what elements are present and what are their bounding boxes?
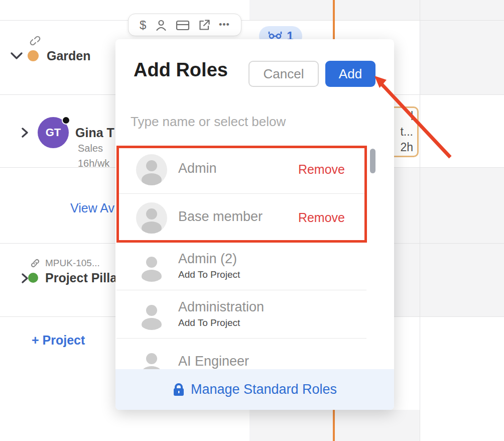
person-icon[interactable] <box>155 19 168 32</box>
task-toolbar: $ ••• <box>128 14 241 36</box>
project-color-dot <box>28 50 39 61</box>
dollar-icon[interactable]: $ <box>140 18 146 32</box>
person-name[interactable]: Gina T <box>75 126 114 140</box>
project-name-garden[interactable]: Garden <box>47 49 91 63</box>
avatar-initials: GT <box>46 126 61 139</box>
add-to-project-label[interactable]: Add To Project <box>178 317 240 328</box>
grid-shading <box>249 0 504 20</box>
chevron-down-icon[interactable] <box>10 50 23 61</box>
unlink-icon[interactable] <box>29 34 42 47</box>
modal-title: Add Roles <box>134 59 228 81</box>
grid-shading <box>420 20 504 94</box>
manage-standard-roles-link[interactable]: Manage Standard Roles <box>115 369 394 410</box>
footer-link-label: Manage Standard Roles <box>191 382 337 397</box>
person-department: Sales <box>78 143 103 154</box>
project-name-pillar[interactable]: Project Pilla <box>45 271 117 285</box>
cancel-button[interactable]: Cancel <box>248 61 319 87</box>
grid-line <box>420 0 420 441</box>
scrollbar-thumb[interactable] <box>370 149 375 173</box>
avatar-placeholder-icon <box>136 251 167 282</box>
add-to-project-label[interactable]: Add To Project <box>178 269 240 280</box>
avatar-placeholder-icon <box>136 299 167 330</box>
role-search-input[interactable] <box>131 105 371 138</box>
link-icon <box>30 258 40 268</box>
role-name: Admin (2) <box>178 251 237 267</box>
status-dot <box>62 116 70 125</box>
schedule-app-screen: $ ••• 1 l t... 2h <box>0 0 504 441</box>
role-name: AI Engineer <box>178 354 249 369</box>
role-name: Administration <box>178 299 264 315</box>
person-hours: 16h/wk <box>78 158 109 169</box>
external-link-icon[interactable] <box>198 19 211 32</box>
role-row-administration[interactable]: Administration Add To Project <box>115 290 394 339</box>
more-options-icon[interactable]: ••• <box>219 20 230 30</box>
credit-card-icon[interactable] <box>176 19 190 32</box>
project-code[interactable]: MPUK-105... <box>45 258 100 269</box>
lock-icon <box>173 383 185 397</box>
annotation-highlight-rect <box>116 146 367 243</box>
chevron-right-icon[interactable] <box>19 127 30 138</box>
grid-line <box>0 20 504 21</box>
view-availability-link[interactable]: View Av <box>70 201 114 215</box>
role-row-admin-2[interactable]: Admin (2) Add To Project <box>115 242 394 290</box>
add-project-button[interactable]: + Project <box>32 333 85 348</box>
project-color-dot <box>28 273 38 283</box>
add-button[interactable]: Add <box>325 61 375 87</box>
